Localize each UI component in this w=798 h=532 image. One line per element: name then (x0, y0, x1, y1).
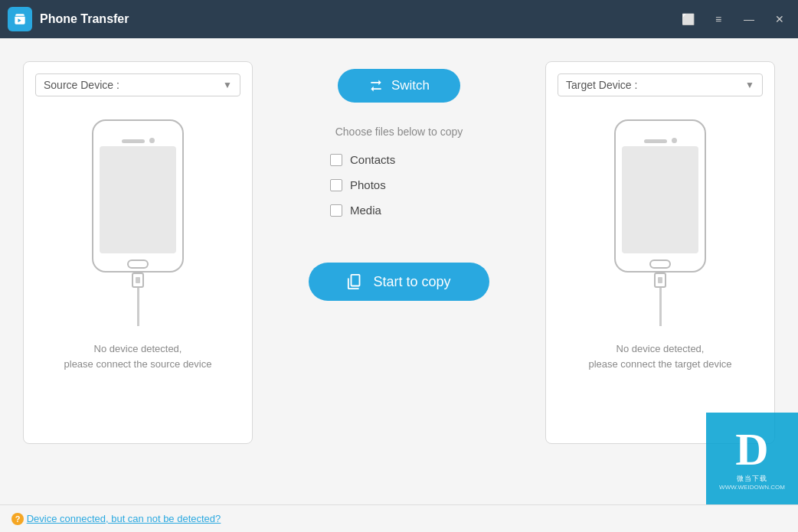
target-no-device-text: No device detected,please connect the ta… (588, 341, 731, 371)
start-copy-icon (347, 273, 364, 290)
target-device-label: Target Device : (566, 79, 637, 91)
source-phone-illustration (92, 119, 184, 326)
media-checkbox[interactable] (330, 204, 342, 217)
target-device-panel: Target Device : ▼ No device detected,ple… (545, 61, 775, 444)
source-cable-connector (132, 273, 144, 288)
app-logo (8, 7, 32, 31)
middle-panel: Switch Choose files below to copy Contac… (284, 61, 514, 301)
start-copy-label: Start to copy (373, 274, 450, 290)
choose-files-text: Choose files below to copy (335, 126, 463, 138)
switch-button[interactable]: Switch (338, 69, 460, 103)
watermark-chinese: 微当下载 (737, 474, 767, 484)
main-content: Source Device : ▼ No device detected,ple… (0, 38, 798, 504)
source-phone-body (92, 119, 184, 273)
source-phone-home (127, 259, 149, 269)
target-phone-illustration (614, 119, 706, 326)
watermark-url: WWW.WEIDOWN.COM (719, 484, 785, 491)
source-phone-cable (132, 273, 144, 326)
photos-checkbox[interactable] (330, 179, 342, 191)
media-option[interactable]: Media (330, 204, 514, 217)
source-device-label: Source Device : (44, 79, 119, 91)
target-cable-connector (654, 273, 666, 288)
device-not-detected-text: Device connected, but can not be detecte… (27, 513, 221, 524)
target-phone-camera (672, 138, 677, 143)
photos-option[interactable]: Photos (330, 178, 514, 191)
contacts-label: Contacts (350, 153, 395, 166)
minimize-button[interactable]: — (738, 8, 760, 30)
target-phone-home (649, 259, 671, 269)
contacts-checkbox[interactable] (330, 154, 342, 166)
device-not-detected-link[interactable]: Device connected, but can not be detecte… (27, 513, 221, 524)
source-dropdown-arrow: ▼ (223, 80, 232, 90)
screen-capture-button[interactable]: ⬜ (677, 8, 698, 30)
source-phone-camera (149, 138, 155, 143)
app-title: Phone Transfer (40, 12, 677, 26)
target-phone-speaker (644, 139, 667, 143)
source-device-dropdown[interactable]: Source Device : ▼ (35, 73, 240, 96)
close-button[interactable]: ✕ (769, 8, 790, 30)
switch-label: Switch (391, 78, 430, 93)
title-bar: Phone Transfer ⬜ ≡ — ✕ (0, 0, 798, 38)
watermark-letter: D (735, 426, 768, 472)
question-icon: ? (11, 513, 24, 525)
target-cable-line (659, 288, 662, 326)
target-phone-body (614, 119, 706, 273)
source-cable-line (137, 288, 139, 326)
source-device-panel: Source Device : ▼ No device detected,ple… (23, 61, 253, 444)
contacts-option[interactable]: Contacts (330, 153, 514, 166)
target-device-dropdown[interactable]: Target Device : ▼ (558, 73, 763, 96)
source-phone-screen (100, 146, 176, 253)
source-no-device-text: No device detected,please connect the so… (64, 341, 212, 371)
file-options-list: Contacts Photos Media (284, 153, 514, 217)
media-label: Media (350, 204, 381, 217)
window-controls: ⬜ ≡ — ✕ (677, 8, 790, 30)
watermark: D 微当下载 WWW.WEIDOWN.COM (706, 413, 798, 504)
switch-icon (368, 78, 384, 93)
menu-button[interactable]: ≡ (708, 8, 729, 30)
bottom-bar: ? Device connected, but can not be detec… (0, 504, 798, 532)
target-phone-cable (654, 273, 666, 326)
target-phone-screen (622, 146, 698, 253)
source-phone-speaker (122, 139, 145, 143)
target-dropdown-arrow: ▼ (745, 80, 754, 90)
photos-label: Photos (350, 178, 386, 191)
start-copy-button[interactable]: Start to copy (309, 263, 489, 301)
